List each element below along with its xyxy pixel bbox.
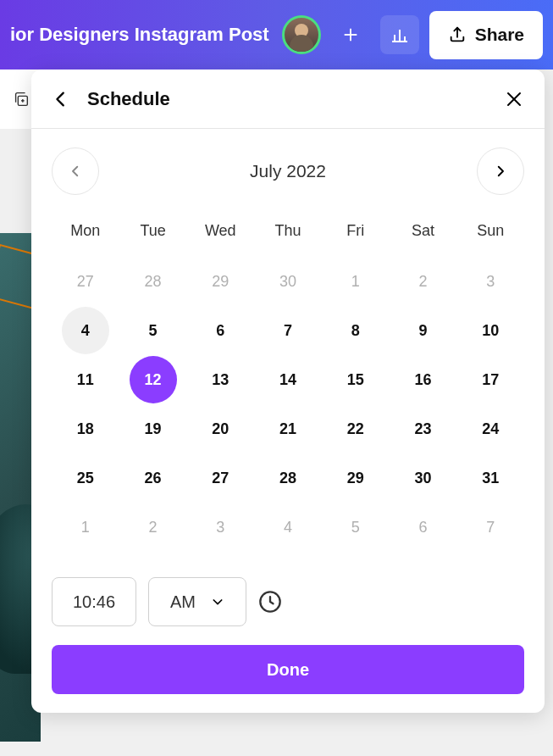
calendar-day[interactable]: 4 (52, 306, 119, 355)
share-label: Share (475, 25, 524, 45)
prev-month-button[interactable] (52, 147, 99, 195)
calendar-day[interactable]: 31 (456, 453, 524, 503)
day-number: 16 (414, 371, 431, 389)
calendar-day[interactable]: 30 (390, 453, 457, 503)
calendar-day[interactable]: 26 (119, 453, 187, 503)
day-number: 17 (482, 371, 499, 389)
calendar-day[interactable]: 15 (322, 355, 390, 404)
avatar[interactable] (282, 15, 321, 54)
calendar-day: 7 (456, 503, 524, 552)
chevron-down-icon (211, 595, 224, 609)
calendar-day: 29 (186, 257, 254, 306)
calendar-day[interactable]: 24 (456, 404, 524, 453)
calendar-day[interactable]: 9 (390, 306, 457, 355)
day-number: 13 (212, 371, 229, 389)
add-button[interactable] (331, 15, 370, 54)
back-icon[interactable] (52, 90, 70, 108)
day-number: 22 (347, 420, 364, 438)
calendar-grid: MonTueWedThuFriSatSun 272829301234567891… (52, 214, 524, 552)
ampm-value: AM (170, 592, 196, 612)
calendar-day: 27 (52, 257, 119, 306)
calendar-day[interactable]: 14 (254, 355, 322, 404)
calendar-day[interactable]: 5 (119, 306, 187, 355)
schedule-modal: Schedule July 2022 MonTueWedThuFriSatSun… (31, 69, 545, 713)
next-month-button[interactable] (477, 147, 524, 195)
weekday-label: Tue (119, 214, 187, 257)
day-number: 24 (482, 420, 499, 438)
calendar-day[interactable]: 17 (456, 355, 524, 404)
modal-body: July 2022 MonTueWedThuFriSatSun 27282930… (31, 129, 545, 713)
day-number: 20 (212, 420, 229, 438)
day-number: 30 (279, 273, 296, 291)
upload-icon (448, 25, 467, 44)
day-number: 4 (81, 322, 90, 340)
calendar-day[interactable]: 11 (52, 355, 119, 404)
calendar-day[interactable]: 7 (254, 306, 322, 355)
day-number: 21 (279, 420, 296, 438)
day-number: 23 (414, 420, 431, 438)
day-number: 1 (351, 273, 360, 291)
share-button[interactable]: Share (429, 11, 543, 59)
day-number: 12 (145, 371, 162, 389)
calendar-day[interactable]: 23 (390, 404, 457, 453)
day-number: 1 (81, 519, 90, 536)
calendar-day[interactable]: 25 (52, 453, 119, 503)
calendar-day[interactable]: 20 (186, 404, 254, 453)
calendar-day: 2 (390, 257, 457, 306)
day-number: 11 (77, 371, 94, 389)
day-number: 28 (279, 470, 296, 487)
calendar-day[interactable]: 10 (456, 306, 524, 355)
day-number: 30 (414, 470, 431, 487)
calendar-day: 30 (254, 257, 322, 306)
plus-icon (341, 25, 360, 44)
time-input[interactable]: 10:46 (52, 577, 136, 626)
day-number: 14 (279, 371, 296, 389)
ampm-select[interactable]: AM (148, 577, 246, 626)
weekday-label: Wed (186, 214, 254, 257)
calendar-day[interactable]: 8 (322, 306, 390, 355)
calendar-week: 18192021222324 (52, 404, 524, 453)
calendar-day[interactable]: 22 (322, 404, 390, 453)
modal-title: Schedule (87, 88, 487, 110)
calendar-week: 45678910 (52, 306, 524, 355)
day-number: 3 (216, 519, 224, 536)
calendar-day[interactable]: 21 (254, 404, 322, 453)
clock-icon[interactable] (258, 590, 282, 614)
calendar-day[interactable]: 16 (390, 355, 457, 404)
day-number: 6 (216, 322, 224, 340)
calendar-day: 1 (52, 503, 119, 552)
day-number: 2 (418, 273, 427, 291)
day-number: 7 (486, 519, 495, 536)
calendar-day[interactable]: 13 (186, 355, 254, 404)
duplicate-page-icon[interactable] (12, 90, 30, 108)
calendar-day[interactable]: 28 (254, 453, 322, 503)
close-icon[interactable] (504, 89, 524, 109)
time-value: 10:46 (73, 592, 115, 612)
day-number: 26 (145, 470, 162, 487)
chart-icon (390, 25, 410, 45)
calendar-day: 6 (390, 503, 457, 552)
calendar-day[interactable]: 18 (52, 404, 119, 453)
calendar-day[interactable]: 12 (119, 355, 187, 404)
day-number: 9 (418, 322, 427, 340)
calendar-day[interactable]: 29 (322, 453, 390, 503)
document-title: ior Designers Instagram Post (10, 24, 272, 46)
chevron-left-icon (68, 164, 83, 179)
day-number: 4 (284, 519, 292, 536)
calendar-day[interactable]: 19 (119, 404, 187, 453)
day-number: 5 (149, 322, 158, 340)
calendar-week: 27282930123 (52, 257, 524, 306)
day-number: 29 (212, 273, 229, 291)
app-header: ior Designers Instagram Post Share (0, 0, 553, 69)
day-number: 18 (77, 420, 94, 438)
calendar-day: 3 (456, 257, 524, 306)
month-label: July 2022 (106, 161, 470, 181)
chevron-right-icon (493, 164, 508, 179)
calendar-day[interactable]: 6 (186, 306, 254, 355)
day-number: 10 (482, 322, 499, 340)
weekday-header: MonTueWedThuFriSatSun (52, 214, 524, 257)
calendar-day[interactable]: 27 (186, 453, 254, 503)
analytics-button[interactable] (380, 15, 419, 54)
calendar-day: 28 (119, 257, 187, 306)
done-button[interactable]: Done (52, 645, 524, 694)
